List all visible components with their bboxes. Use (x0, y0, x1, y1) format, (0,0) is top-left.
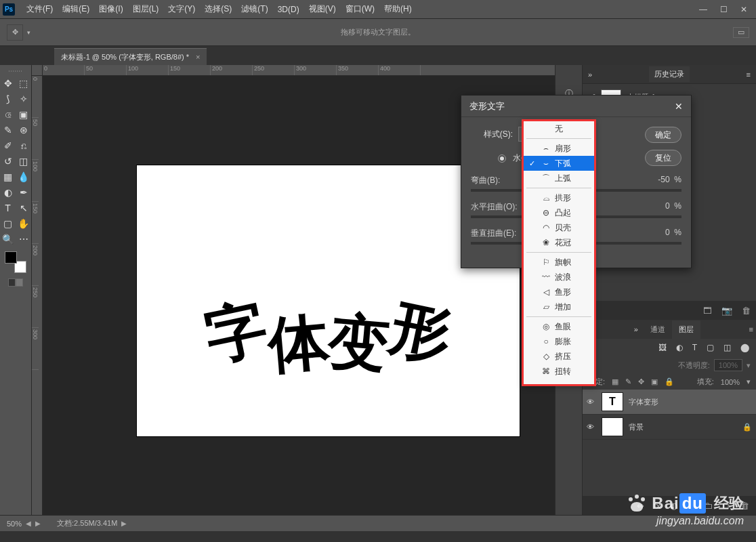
filter-toggle-icon[interactable]: ⬤ (740, 343, 749, 352)
eraser-tool[interactable]: ◫ (16, 154, 31, 169)
gradient-tool[interactable]: ▦ (1, 169, 16, 184)
crop-tool[interactable]: ⟃ (1, 107, 16, 122)
vdistort-value[interactable]: 0 (665, 228, 670, 237)
fx-icon[interactable]: fx (654, 501, 660, 511)
group-icon[interactable]: 🗀 (704, 501, 713, 511)
menu-help[interactable]: 帮助(H) (379, 3, 417, 15)
menu-image[interactable]: 图像(I) (94, 3, 127, 15)
marquee-tool[interactable]: ⬚ (16, 76, 31, 91)
filter-adjust-icon[interactable]: ◐ (676, 343, 683, 352)
ok-button[interactable]: 确定 (645, 127, 681, 143)
dd-item-inflate[interactable]: ○膨胀 (524, 334, 594, 349)
canvas-text-layer[interactable]: 字 体 变 形 (207, 295, 450, 378)
panel-toggle[interactable]: ▭ (733, 27, 749, 38)
chevron-left-icon[interactable]: ◀ (26, 520, 31, 527)
eyedropper-tool[interactable]: ✎ (1, 123, 16, 138)
clone-tool[interactable]: ⎌ (16, 138, 31, 153)
dd-item-wave[interactable]: 〰波浪 (524, 270, 594, 285)
opacity-value[interactable]: 100% (714, 359, 742, 371)
menu-type[interactable]: 文字(Y) (163, 3, 200, 15)
color-swatches[interactable] (5, 251, 26, 273)
dd-item-fisheye[interactable]: ◎鱼眼 (524, 319, 594, 334)
lock-artboard-icon[interactable]: ▣ (651, 377, 658, 386)
menu-filter[interactable]: 滤镜(T) (236, 3, 272, 15)
camera-icon[interactable]: 📷 (721, 306, 732, 316)
dd-item-rise[interactable]: ▱增加 (524, 299, 594, 314)
shape-tool[interactable]: ▢ (1, 216, 16, 231)
fill-dropdown-icon[interactable]: ▾ (747, 377, 751, 386)
close-tab-icon[interactable]: × (196, 53, 200, 61)
ellipsis-tool[interactable]: ⋯ (16, 232, 31, 247)
mask-icon[interactable]: ◐ (670, 501, 677, 511)
panel-menu-icon[interactable]: ≡ (747, 70, 751, 79)
window-maximize[interactable]: ☐ (714, 3, 733, 16)
blur-tool[interactable]: 💧 (16, 169, 31, 184)
layer-visibility-icon[interactable]: 👁 (587, 423, 596, 431)
lasso-tool[interactable]: ⟆ (1, 91, 16, 106)
pen-tool[interactable]: ✒ (16, 185, 31, 200)
menu-edit[interactable]: 编辑(E) (58, 3, 94, 15)
dodge-tool[interactable]: ◐ (1, 185, 16, 200)
hand-tool[interactable]: ✋ (16, 216, 31, 231)
zoom-tool[interactable]: 🔍 (1, 232, 16, 247)
lock-pixels-icon[interactable]: ▦ (612, 377, 618, 386)
chevron-right-icon[interactable]: ▶ (121, 520, 127, 527)
toolbox-grip[interactable] (5, 69, 26, 73)
lock-brush-icon[interactable]: ✎ (625, 377, 631, 386)
layer-row-text[interactable]: 👁 T 字体变形 (583, 390, 756, 415)
dd-item-flag[interactable]: ⚐旗帜 (524, 255, 594, 270)
path-tool[interactable]: ↖ (16, 201, 31, 215)
layer-row-background[interactable]: 👁 背景 🔒 (583, 415, 756, 440)
channels-tab[interactable]: 通道 (644, 320, 672, 339)
menu-layer[interactable]: 图层(L) (128, 3, 164, 15)
menu-file[interactable]: 文件(F) (22, 3, 58, 15)
quickmask-toggle[interactable] (8, 278, 23, 287)
hdistort-value[interactable]: 0 (665, 201, 670, 211)
dd-item-arc[interactable]: ⌢扇形 (524, 141, 594, 156)
window-minimize[interactable]: — (694, 3, 713, 16)
heal-tool[interactable]: ⊛ (16, 123, 31, 138)
reset-button[interactable]: 复位 (645, 150, 681, 166)
new-layer-icon[interactable]: 🗋 (722, 501, 731, 511)
panel-collapse-icon[interactable]: » (588, 70, 592, 79)
dd-item-squeeze[interactable]: ◇挤压 (524, 349, 594, 364)
window-close[interactable]: ✕ (734, 3, 753, 16)
adjustment-icon[interactable]: ◑ (687, 501, 694, 511)
layer-visibility-icon[interactable]: 👁 (587, 398, 596, 406)
link-icon[interactable]: ⇔ (637, 501, 644, 511)
frame-tool[interactable]: ▣ (16, 107, 31, 122)
dd-item-shell-lower[interactable]: ◠贝壳 (524, 220, 594, 235)
document-tab[interactable]: 未标题-1 @ 50% (字体变形, RGB/8#) * × (54, 48, 207, 65)
layers-menu-icon[interactable]: ≡ (747, 322, 756, 336)
menu-view[interactable]: 视图(V) (304, 3, 341, 15)
dd-item-shell-upper[interactable]: ❀花冠 (524, 235, 594, 250)
history-tab[interactable]: 历史记录 (649, 66, 690, 82)
dd-item-upper-arc[interactable]: ⌒上弧 (524, 171, 594, 186)
new-snapshot-icon[interactable]: 🗔 (703, 306, 712, 316)
filter-image-icon[interactable]: 🖼 (658, 343, 667, 352)
dialog-titlebar[interactable]: 变形文字 ✕ (461, 96, 691, 117)
history-brush-tool[interactable]: ↺ (1, 154, 16, 169)
move-tool[interactable]: ✥ (1, 76, 16, 91)
doc-info[interactable]: 文档:2.55M/3.41M ▶ (57, 518, 127, 528)
dropdown-icon[interactable]: ▾ (27, 29, 30, 36)
opacity-dropdown-icon[interactable]: ▾ (747, 361, 751, 370)
layers-tab[interactable]: 图层 (672, 320, 700, 339)
filter-type-icon[interactable]: T (692, 343, 697, 352)
fill-value[interactable]: 100% (721, 378, 740, 386)
chevron-right-icon[interactable]: ▶ (35, 520, 41, 527)
lock-all-icon[interactable]: 🔒 (665, 377, 674, 386)
menu-3d[interactable]: 3D(D) (273, 5, 304, 14)
brush-tool[interactable]: ✐ (1, 138, 16, 153)
type-tool[interactable]: T (1, 201, 16, 215)
dd-item-bulge[interactable]: ⊖凸起 (524, 205, 594, 220)
horizontal-radio[interactable] (498, 154, 506, 163)
zoom-level[interactable]: 50% ◀ ▶ (7, 520, 41, 528)
foreground-swatch[interactable] (5, 251, 17, 264)
delete-layer-icon[interactable]: 🗑 (740, 501, 749, 511)
filter-shape-icon[interactable]: ▢ (707, 343, 714, 352)
dd-item-arch[interactable]: ⌓拱形 (524, 190, 594, 205)
menu-window[interactable]: 窗口(W) (341, 3, 379, 15)
dd-item-none[interactable]: 无 (524, 121, 594, 136)
menu-select[interactable]: 选择(S) (200, 3, 236, 15)
